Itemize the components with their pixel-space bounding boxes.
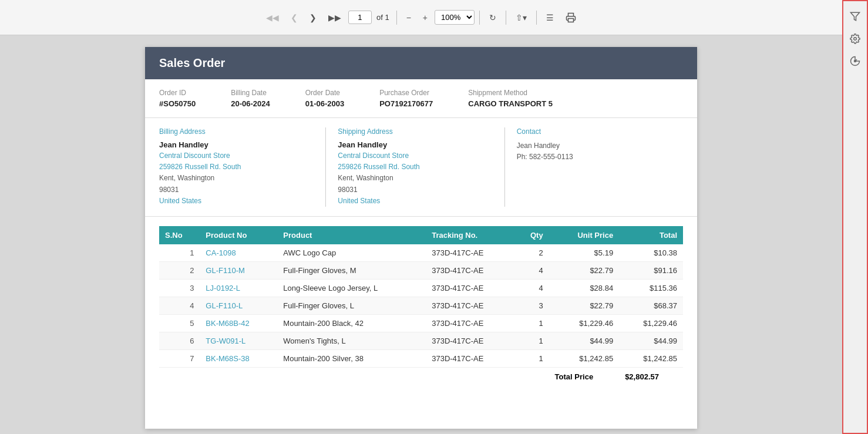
- cell-unit-price: $44.99: [549, 332, 620, 349]
- first-page-button[interactable]: ◀◀: [261, 11, 284, 25]
- table-row: 1 CA-1098 AWC Logo Cap 373D-417C-AE 2 $5…: [159, 244, 683, 262]
- print-button[interactable]: [561, 10, 581, 25]
- refresh-button[interactable]: ↻: [485, 11, 501, 25]
- cell-total: $115.36: [619, 279, 683, 297]
- speed-icon: [850, 56, 860, 66]
- export-button[interactable]: ⇧▾: [511, 11, 531, 25]
- col-sno: S.No: [159, 226, 200, 244]
- cell-unit-price: $1,229.46: [549, 314, 620, 332]
- order-date-value: 01-06-2003: [305, 99, 345, 108]
- order-id-label: Order ID: [159, 89, 196, 97]
- billing-address-label: Billing Address: [159, 127, 314, 136]
- menu-button[interactable]: ☰: [541, 11, 559, 25]
- billing-date-field: Billing Date 20-06-2024: [231, 89, 270, 108]
- sales-order-header: Sales Order: [145, 47, 697, 79]
- separator-4: [536, 11, 537, 25]
- table-row: 6 TG-W091-L Women's Tights, L 373D-417C-…: [159, 332, 683, 349]
- order-date-field: Order Date 01-06-2003: [305, 89, 345, 108]
- cell-product: Full-Finger Gloves, M: [277, 261, 426, 279]
- cell-sno: 2: [159, 261, 200, 279]
- cell-unit-price: $22.79: [549, 297, 620, 314]
- billing-country: United States: [159, 196, 314, 207]
- billing-city-state: Kent, Washington: [159, 173, 314, 184]
- shipping-zip: 98031: [338, 184, 492, 196]
- table-row: 5 BK-M68B-42 Mountain-200 Black, 42 373D…: [159, 314, 683, 332]
- cell-qty: 1: [514, 332, 549, 349]
- col-unit-price: Unit Price: [549, 226, 620, 244]
- shipping-country: United States: [338, 196, 492, 207]
- shipment-method-field: Shippment Method CARGO TRANSPORT 5: [468, 89, 553, 108]
- cell-tracking: 373D-417C-AE: [426, 332, 514, 349]
- separator-3: [506, 11, 506, 25]
- cell-qty: 4: [514, 279, 549, 297]
- col-qty: Qty: [514, 226, 549, 244]
- cell-qty: 2: [514, 244, 549, 262]
- zoom-in-button[interactable]: +: [418, 11, 432, 25]
- contact-label: Contact: [517, 127, 671, 136]
- contact-phone: Ph: 582-555-0113: [517, 152, 671, 163]
- contact-col: Contact Jean Handley Ph: 582-555-0113: [517, 127, 683, 207]
- page-of-label: of 1: [376, 13, 389, 22]
- products-table: S.No Product No Product Tracking No. Qty…: [159, 226, 683, 386]
- cell-unit-price: $22.79: [549, 261, 620, 279]
- cell-qty: 1: [514, 349, 549, 367]
- toolbar: ◀◀ ❮ ❯ ▶▶ of 1 − + 50% 75% 100% 125% 150…: [0, 0, 842, 35]
- total-price-spacer: [159, 367, 549, 386]
- cell-total: $10.38: [619, 244, 683, 262]
- cell-total: $44.99: [619, 332, 683, 349]
- shipping-address-label: Shipping Address: [338, 127, 492, 136]
- cell-product: Full-Finger Gloves, L: [277, 297, 426, 314]
- billing-zip: 98031: [159, 184, 314, 196]
- sales-order-title: Sales Order: [159, 56, 225, 69]
- cell-product: AWC Logo Cap: [277, 244, 426, 262]
- table-header-row: S.No Product No Product Tracking No. Qty…: [159, 226, 683, 244]
- cell-unit-price: $28.84: [549, 279, 620, 297]
- billing-date-value: 20-06-2024: [231, 99, 270, 108]
- cell-product: Long-Sleeve Logo Jersey, L: [277, 279, 426, 297]
- cell-product-no: LJ-0192-L: [200, 279, 277, 297]
- cell-product-no: BK-M68B-42: [200, 314, 277, 332]
- total-price-value: $2,802.57: [619, 367, 683, 386]
- billing-date-label: Billing Date: [231, 89, 270, 97]
- cell-sno: 7: [159, 349, 200, 367]
- export-icon: ⇧: [516, 13, 523, 22]
- cell-sno: 6: [159, 332, 200, 349]
- speed-button[interactable]: [845, 51, 866, 72]
- total-price-label: Total Price: [549, 367, 620, 386]
- cell-tracking: 373D-417C-AE: [426, 244, 514, 262]
- filter-icon: [850, 11, 860, 22]
- cell-tracking: 373D-417C-AE: [426, 279, 514, 297]
- col-total: Total: [619, 226, 683, 244]
- svg-marker-1: [851, 12, 860, 21]
- print-icon: [566, 12, 576, 23]
- document-area: Sales Order Order ID #SO50750 Billing Da…: [0, 35, 842, 434]
- last-page-button[interactable]: ▶▶: [324, 11, 346, 25]
- cell-unit-price: $5.19: [549, 244, 620, 262]
- purchase-order-field: Purchase Order PO7192170677: [379, 89, 433, 108]
- page-number-input[interactable]: [348, 11, 372, 24]
- order-date-label: Order Date: [305, 89, 345, 97]
- next-page-button[interactable]: ❯: [305, 11, 321, 25]
- col-product: Product: [277, 226, 426, 244]
- cell-unit-price: $1,242.85: [549, 349, 620, 367]
- zoom-out-button[interactable]: −: [402, 11, 416, 25]
- cell-total: $68.37: [619, 297, 683, 314]
- cell-total: $91.16: [619, 261, 683, 279]
- purchase-order-value: PO7192170677: [379, 99, 433, 108]
- cell-total: $1,242.85: [619, 349, 683, 367]
- gear-icon: [850, 33, 860, 44]
- settings-button[interactable]: [845, 28, 866, 49]
- zoom-select[interactable]: 50% 75% 100% 125% 150% 200%: [435, 10, 475, 25]
- shipping-address1: 259826 Russell Rd. South: [338, 162, 492, 173]
- cell-product-no: BK-M68S-38: [200, 349, 277, 367]
- cell-qty: 4: [514, 261, 549, 279]
- shipping-company: Central Discount Store: [338, 150, 492, 162]
- cell-product-no: GL-F110-M: [200, 261, 277, 279]
- cell-tracking: 373D-417C-AE: [426, 314, 514, 332]
- prev-page-button[interactable]: ❮: [286, 11, 302, 25]
- order-id-value: #SO50750: [159, 99, 196, 108]
- table-row: 3 LJ-0192-L Long-Sleeve Logo Jersey, L 3…: [159, 279, 683, 297]
- cell-product: Mountain-200 Silver, 38: [277, 349, 426, 367]
- separator-1: [396, 11, 397, 25]
- filter-button[interactable]: [845, 6, 866, 27]
